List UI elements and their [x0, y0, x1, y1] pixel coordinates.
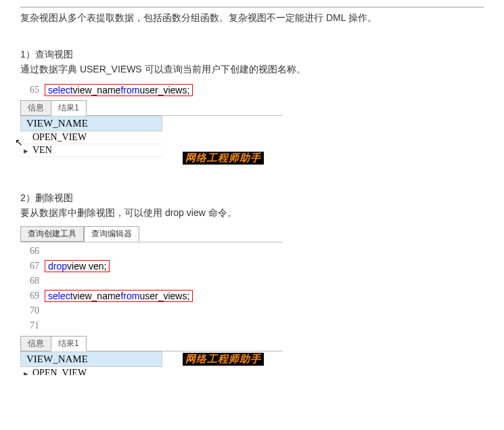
section2-heading: 2）删除视图	[20, 192, 484, 205]
line-number: 69	[20, 291, 45, 301]
tab-query-editor[interactable]: 查询编辑器	[84, 226, 139, 242]
code-area-1: 65 select view_name from user_views;	[20, 83, 283, 98]
result-grid-1: VIEW_NAME OPEN_VIEW ▸ VEN	[20, 116, 283, 157]
tab-result1[interactable]: 结果1	[51, 336, 87, 351]
watermark: 网络工程师助手	[183, 152, 264, 165]
cell-value: VEN	[31, 145, 52, 156]
table-row[interactable]: OPEN_VIEW	[20, 131, 162, 144]
tab-info[interactable]: 信息	[20, 336, 51, 351]
code-line-70: 70	[20, 303, 283, 318]
code-area-2: 66 67 drop view ven; 68 69 select view_n…	[20, 242, 283, 333]
line-number: 71	[20, 320, 45, 331]
sql-text: view_name	[73, 85, 121, 95]
editor-tabs: 查询创建工具 查询编辑器	[20, 226, 283, 242]
result-tabs-2: 信息 结果1	[20, 336, 283, 351]
code-line-71: 71	[20, 318, 283, 333]
screenshot-1: 65 select view_name from user_views; 信息 …	[20, 83, 283, 172]
highlight-box: drop view ven;	[45, 260, 110, 272]
section2-desc: 要从数据库中删除视图，可以使用 drop view 命令。	[20, 207, 484, 219]
code-line-69: 69 select view_name from user_views;	[20, 288, 283, 303]
keyword-from: from	[120, 85, 139, 95]
sql-text: view ven;	[67, 261, 106, 272]
highlight-box: select view_name from user_views;	[45, 290, 193, 302]
tab-query-builder[interactable]: 查询创建工具	[20, 226, 84, 242]
line-number: 68	[20, 276, 45, 286]
cell-value: OPEN_VIEW	[31, 132, 87, 143]
keyword-drop: drop	[48, 261, 67, 272]
intro-text: 复杂视图从多个表提取数据，包括函数分组函数。复杂视图不一定能进行 DML 操作。	[20, 7, 484, 25]
code-line-67: 67 drop view ven;	[20, 259, 283, 274]
code-line-68: 68	[20, 274, 283, 288]
screenshot-2: 查询创建工具 查询编辑器 66 67 drop view ven; 68 69 …	[20, 226, 283, 368]
sql-text: user_views;	[139, 85, 189, 95]
table-row[interactable]: ▸ VEN	[20, 144, 162, 157]
column-header[interactable]: VIEW_NAME	[20, 351, 162, 367]
row-indicator-icon: ▸	[20, 368, 31, 376]
keyword-select: select	[48, 85, 73, 95]
tab-info[interactable]: 信息	[20, 100, 51, 116]
code-line-65: 65 select view_name from user_views;	[20, 83, 283, 98]
line-number: 66	[20, 246, 45, 257]
section1-heading: 1）查询视图	[20, 49, 484, 61]
keyword-from: from	[120, 291, 139, 301]
keyword-select: select	[48, 291, 73, 301]
row-indicator-icon: ▸	[20, 146, 31, 156]
code-line-66: 66	[20, 244, 283, 259]
table-row[interactable]: ▸ OPEN_VIEW	[20, 367, 162, 375]
sql-text: view_name	[73, 291, 121, 301]
watermark: 网络工程师助手	[183, 353, 264, 366]
line-number: 70	[20, 305, 45, 316]
section1-desc: 通过数据字典 USER_VIEWS 可以查询当前用户下创建的视图名称。	[20, 64, 484, 76]
tab-result1[interactable]: 结果1	[51, 100, 87, 116]
column-header[interactable]: VIEW_NAME	[20, 116, 162, 131]
sql-text: user_views;	[139, 291, 189, 301]
result-tabs-1: 信息 结果1	[20, 100, 283, 116]
highlight-box: select view_name from user_views;	[45, 84, 193, 96]
line-number: 67	[20, 261, 45, 272]
line-number: 65	[20, 85, 45, 95]
cell-value: OPEN_VIEW	[31, 368, 87, 375]
